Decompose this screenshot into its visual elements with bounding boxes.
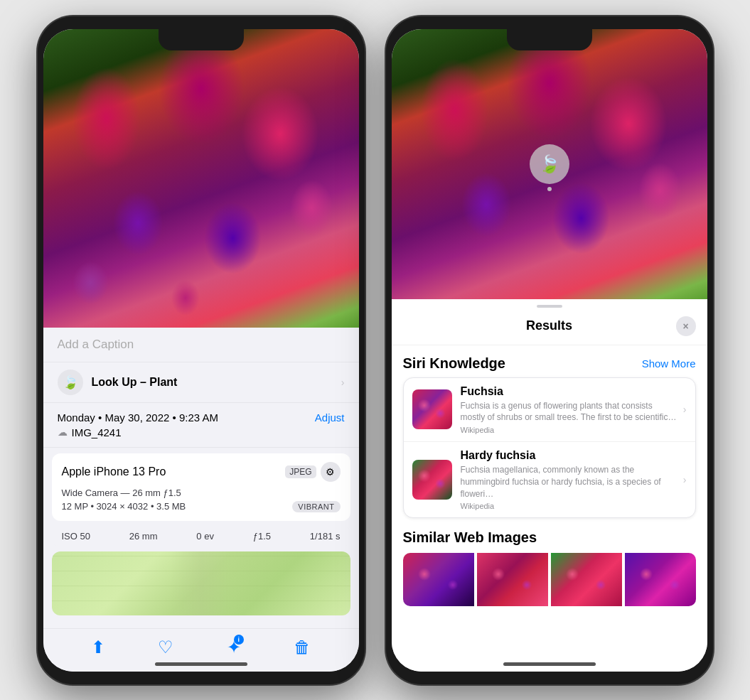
exif-shutter: 1/181 s [310, 531, 341, 542]
lookup-icon: 🍃 [58, 370, 83, 395]
show-more-button[interactable]: Show More [642, 357, 696, 370]
mp-info: 12 MP • 3024 × 4032 • 3.5 MB [62, 501, 186, 512]
notch-right [507, 29, 592, 50]
fuchsia-desc: Fuchsia is a genus of flowering plants t… [461, 400, 677, 424]
knowledge-item-hardy[interactable]: Hardy fuchsia Fuchsia magellanica, commo… [404, 442, 695, 517]
gear-icon[interactable]: ⚙ [321, 462, 341, 482]
left-phone: Add a Caption 🍃 Look Up – Plant › Monday [38, 16, 365, 684]
exif-aperture: ƒ1.5 [253, 531, 271, 542]
flower-photo-left[interactable] [43, 29, 359, 328]
results-header: Results × [392, 313, 707, 345]
hardy-chevron-icon: › [683, 474, 687, 485]
photo-details: Add a Caption 🍃 Look Up – Plant › Monday [43, 328, 359, 628]
lookup-row[interactable]: 🍃 Look Up – Plant › [43, 362, 359, 403]
filename: IMG_4241 [72, 426, 122, 438]
visual-lookup-dot [547, 187, 552, 191]
caption-placeholder[interactable]: Add a Caption [58, 338, 134, 351]
fuchsia-thumbnail [412, 389, 452, 429]
format-badge: JPEG [285, 465, 316, 478]
hardy-name: Hardy fuchsia [461, 449, 677, 462]
info-button[interactable]: ✦ i [227, 637, 241, 657]
notch [159, 29, 244, 50]
vibrant-badge: VIBRANT [292, 501, 340, 512]
lookup-chevron-icon: › [341, 377, 345, 388]
metadata-section: Monday • May 30, 2022 • 9:23 AM Adjust ☁… [43, 403, 359, 448]
home-indicator-right [503, 662, 596, 666]
exif-mm: 26 mm [129, 531, 158, 542]
exif-ev: 0 ev [196, 531, 214, 542]
hardy-source: Wikipedia [461, 502, 677, 510]
share-button[interactable]: ⬆ [91, 637, 105, 657]
fuchsia-name: Fuchsia [461, 385, 677, 398]
left-screen: Add a Caption 🍃 Look Up – Plant › Monday [43, 29, 359, 672]
photo-date: Monday • May 30, 2022 • 9:23 AM [58, 411, 218, 424]
right-phone: 🍃 Results × Siri Knowledge [386, 16, 713, 684]
flower-photo-right[interactable]: 🍃 [392, 29, 707, 299]
hardy-desc: Fuchsia magellanica, commonly known as t… [461, 464, 677, 500]
results-title: Results [423, 318, 676, 333]
lookup-text: Look Up – Plant [92, 376, 178, 389]
siri-knowledge-header: Siri Knowledge Show More [403, 345, 696, 377]
device-section: Apple iPhone 13 Pro JPEG ⚙ Wide Camera —… [52, 453, 350, 521]
similar-image-3[interactable] [551, 553, 622, 606]
adjust-button[interactable]: Adjust [315, 411, 345, 424]
camera-specs: Wide Camera — 26 mm ƒ1.5 [62, 488, 341, 498]
results-content: Siri Knowledge Show More Fuchsia [392, 345, 707, 607]
delete-button[interactable]: 🗑 [294, 637, 311, 657]
caption-area[interactable]: Add a Caption [43, 328, 359, 362]
device-badges: JPEG ⚙ [285, 462, 340, 482]
cloud-icon: ☁ [58, 426, 68, 438]
similar-image-2[interactable] [477, 553, 548, 606]
similar-image-4[interactable] [625, 553, 696, 606]
fuchsia-text: Fuchsia Fuchsia is a genus of flowering … [461, 385, 677, 435]
knowledge-card: Fuchsia Fuchsia is a genus of flowering … [403, 377, 696, 519]
knowledge-item-fuchsia[interactable]: Fuchsia Fuchsia is a genus of flowering … [404, 378, 695, 443]
similar-images-title: Similar Web Images [403, 529, 696, 546]
map-preview[interactable] [52, 551, 350, 615]
sheet-handle [537, 305, 562, 308]
similar-images-section: Similar Web Images [403, 529, 696, 606]
fuchsia-chevron-icon: › [683, 404, 687, 415]
right-screen: 🍃 Results × Siri Knowledge [392, 29, 707, 672]
device-name: Apple iPhone 13 Pro [62, 465, 166, 478]
siri-knowledge-title: Siri Knowledge [403, 355, 505, 372]
similar-images-grid [403, 553, 696, 606]
visual-lookup-button[interactable]: 🍃 [530, 144, 569, 184]
exif-iso: ISO 50 [62, 531, 90, 542]
hardy-thumbnail [412, 460, 452, 500]
exif-row: ISO 50 26 mm 0 ev ƒ1.5 1/181 s [52, 527, 350, 546]
close-button[interactable]: × [676, 316, 696, 336]
filename-row: ☁ IMG_4241 [58, 426, 345, 438]
similar-image-1[interactable] [403, 553, 474, 606]
fuchsia-source: Wikipedia [461, 426, 677, 434]
like-button[interactable]: ♡ [158, 637, 173, 657]
home-indicator [155, 662, 247, 666]
results-sheet: Results × Siri Knowledge Show More [392, 299, 707, 672]
hardy-text: Hardy fuchsia Fuchsia magellanica, commo… [461, 449, 677, 510]
